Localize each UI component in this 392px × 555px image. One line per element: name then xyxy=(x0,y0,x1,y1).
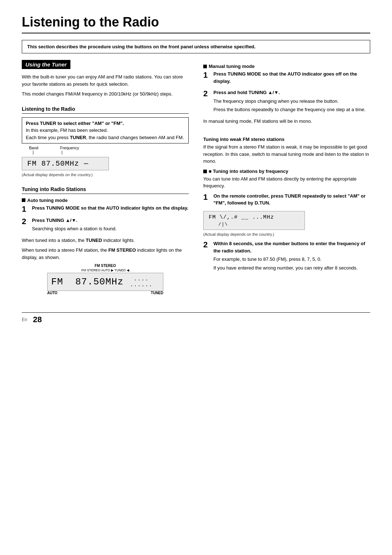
step-1-number: 1 xyxy=(22,204,32,214)
band-freq-connectors: | | xyxy=(32,150,189,155)
press-tuner-text: Press TUNER to select either "AM" or "FM… xyxy=(26,121,124,126)
freq-step-2-number: 2 xyxy=(203,240,213,250)
auto-mode-bullet xyxy=(22,198,25,202)
auto-mode-label: Auto tuning mode xyxy=(22,198,189,203)
step-2-number: 2 xyxy=(22,217,32,226)
manual-step-2-number: 2 xyxy=(203,89,213,98)
manual-step-1-number: 1 xyxy=(203,70,213,80)
freq-step-1-number: 1 xyxy=(203,193,213,202)
freq-step2-sub2: If you have entered the wrong number, yo… xyxy=(213,264,370,272)
freq-step-2: 2 Within 8 seconds, use the number butto… xyxy=(203,240,370,273)
fm-stereo-display-wrapper: FM STEREO FM STEREO AUTO ▶ TUNED ◀ FM 87… xyxy=(22,264,189,295)
freq-display: FM \/,.# __ ...MHz /|\ xyxy=(203,211,305,230)
listening-radio-heading: Listening to the Radio xyxy=(22,106,189,114)
fm-stereo-bottom-labels: AUTO TUNED xyxy=(47,291,163,295)
tuned-note2: When tuned into a stereo FM station, the… xyxy=(22,247,189,261)
band-label: Band xyxy=(29,146,38,150)
auto-step1-text: Press TUNING MODE so that the AUTO indic… xyxy=(32,204,189,212)
tuning-stations-heading: Tuning into Radio Stations xyxy=(22,186,189,194)
using-tuner-para2: This model changes FM/AM frequency in 20… xyxy=(22,90,189,98)
fm-stereo-sublabels: FM STEREO AUTO ▶ TUNED ◀ xyxy=(22,268,189,272)
manual-step2-text: Press and hold TUNING ▲/▼. xyxy=(213,89,370,96)
weak-fm-text: If the signal from a stereo FM station i… xyxy=(203,143,370,165)
band-freq-labels: Band Frequency xyxy=(29,146,189,150)
fm-stereo-display-text: FM 87.50MHz xyxy=(51,276,123,287)
auto-step-1: 1 Press TUNING MODE so that the AUTO ind… xyxy=(22,204,189,214)
auto-step2-text: Press TUNING ▲/▼. xyxy=(32,217,189,224)
manual-note: In manual tuning mode, FM stations will … xyxy=(203,118,370,125)
manual-step-1: 1 Press TUNING MODE so that the AUTO ind… xyxy=(203,70,370,86)
en-label: En xyxy=(22,317,27,322)
fm-stereo-display: FM 87.50MHz .... ...... xyxy=(47,273,163,291)
press-tuner-sub1: In this example, FM has been selected. xyxy=(26,127,185,134)
page-title: Listening to the Radio xyxy=(22,15,370,33)
page-number: 28 xyxy=(33,315,42,324)
manual-step2-sub2: Press the buttons repeatedly to change t… xyxy=(213,106,370,113)
freq-display-text: FM \/,.# __ ...MHz xyxy=(209,214,274,220)
fm-stereo-top-label: FM STEREO xyxy=(22,264,189,268)
weak-fm-heading: Tuning into weak FM stereo stations xyxy=(203,137,370,142)
manual-step1-text: Press TUNING MODE so that the AUTO indic… xyxy=(213,70,370,85)
manual-step-2: 2 Press and hold TUNING ▲/▼. The frequen… xyxy=(203,89,370,115)
manual-mode-bullet xyxy=(203,65,207,68)
actual-display-note: (Actual display depends on the country.) xyxy=(22,172,189,178)
intro-box: This section describes the procedure usi… xyxy=(22,40,370,53)
right-column: Manual tuning mode 1 Press TUNING MODE s… xyxy=(203,60,370,298)
manual-mode-label: Manual tuning mode xyxy=(203,64,370,69)
press-tuner-sub2: Each time you press TUNER, the radio ban… xyxy=(26,134,185,141)
freq-step2-text: Within 8 seconds, use the number buttons… xyxy=(213,240,370,254)
using-tuner-para1: With the built-in tuner you can enjoy AM… xyxy=(22,73,189,88)
freq-display-sub: /|\ xyxy=(209,222,228,227)
tuning-freq-bullet xyxy=(203,170,207,173)
fm-display-small: FM 87.50MHz — xyxy=(22,157,109,170)
manual-step2-sub1: The frequency stops changing when you re… xyxy=(213,98,370,105)
auto-step2-sub: Searching stops when a station is found. xyxy=(32,225,189,232)
tuned-note1: When tuned into a station, the TUNED ind… xyxy=(22,237,189,244)
tuning-freq-heading: ■ Tuning into stations by frequency xyxy=(203,169,370,174)
freq-step2-sub1: For example, to tune to 87.50 (FM), pres… xyxy=(213,256,370,263)
left-column: Using the Tuner With the built-in tuner … xyxy=(22,60,189,298)
using-tuner-heading: Using the Tuner xyxy=(22,60,70,69)
page-footer: En 28 xyxy=(22,312,370,324)
freq-display-actual: (Actual display depends on the country.) xyxy=(203,231,370,238)
freq-step1-text: On the remote controller, press TUNER re… xyxy=(213,193,370,207)
auto-step-2: 2 Press TUNING ▲/▼. Searching stops when… xyxy=(22,217,189,234)
press-tuner-box: Press TUNER to select either "AM" or "FM… xyxy=(22,117,189,144)
intro-text: This section describes the procedure usi… xyxy=(27,44,256,49)
tuning-freq-intro: You can tune into AM and FM stations dir… xyxy=(203,175,370,190)
fm-stereo-dots: .... ...... xyxy=(123,276,159,288)
freq-label: Frequency xyxy=(60,146,79,150)
freq-step-1: 1 On the remote controller, press TUNER … xyxy=(203,193,370,208)
